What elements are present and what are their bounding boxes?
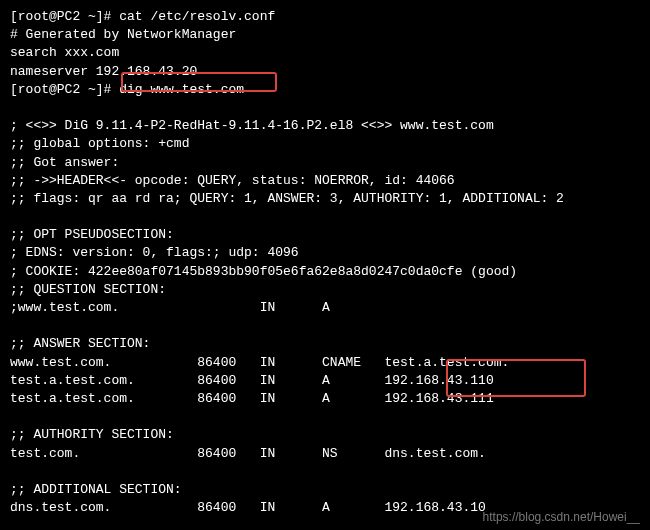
terminal-line-blank	[10, 317, 640, 335]
terminal-line-answer-a2: test.a.test.com. 86400 IN A 192.168.43.1…	[10, 390, 640, 408]
terminal-line-answer-cname: www.test.com. 86400 IN CNAME test.a.test…	[10, 354, 640, 372]
terminal-line-authority-ns: test.com. 86400 IN NS dns.test.com.	[10, 445, 640, 463]
terminal-line-header: ;; ->>HEADER<<- opcode: QUERY, status: N…	[10, 172, 640, 190]
terminal-line-global-opts: ;; global options: +cmd	[10, 135, 640, 153]
terminal-line-question-section: ;; QUESTION SECTION:	[10, 281, 640, 299]
terminal-line-question: ;www.test.com. IN A	[10, 299, 640, 317]
terminal-line-edns: ; EDNS: version: 0, flags:; udp: 4096	[10, 244, 640, 262]
terminal-line-search: search xxx.com	[10, 44, 640, 62]
terminal-line-blank	[10, 99, 640, 117]
terminal-line-flags: ;; flags: qr aa rd ra; QUERY: 1, ANSWER:…	[10, 190, 640, 208]
terminal-line-got-answer: ;; Got answer:	[10, 154, 640, 172]
terminal-line-answer-section: ;; ANSWER SECTION:	[10, 335, 640, 353]
terminal-line-answer-a1: test.a.test.com. 86400 IN A 192.168.43.1…	[10, 372, 640, 390]
terminal-line-dig-version: ; <<>> DiG 9.11.4-P2-RedHat-9.11.4-16.P2…	[10, 117, 640, 135]
terminal-line-blank	[10, 208, 640, 226]
terminal-line-blank	[10, 408, 640, 426]
terminal-line-authority-section: ;; AUTHORITY SECTION:	[10, 426, 640, 444]
terminal-line-cookie: ; COOKIE: 422ee80af07145b893bb90f05e6fa6…	[10, 263, 640, 281]
terminal-line-cmd-cat: [root@PC2 ~]# cat /etc/resolv.conf	[10, 8, 640, 26]
terminal-line-blank	[10, 463, 640, 481]
terminal-line-opt-section: ;; OPT PSEUDOSECTION:	[10, 226, 640, 244]
watermark-text: https://blog.csdn.net/Howei__	[483, 509, 640, 526]
terminal-line-nameserver: nameserver 192.168.43.20	[10, 63, 640, 81]
terminal-line-additional-section: ;; ADDITIONAL SECTION:	[10, 481, 640, 499]
terminal-line-cmd-dig: [root@PC2 ~]# dig www.test.com	[10, 81, 640, 99]
terminal-line-comment: # Generated by NetworkManager	[10, 26, 640, 44]
